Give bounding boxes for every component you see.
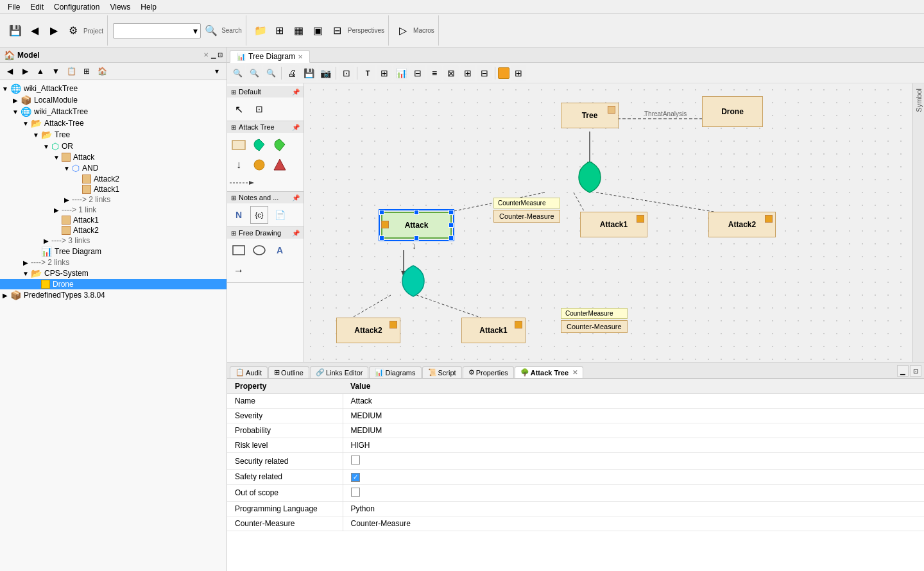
- tree-item-or[interactable]: ▼ ⬡ OR: [0, 141, 227, 152]
- counter-tool[interactable]: [250, 156, 268, 174]
- notes-pin[interactable]: 📌: [292, 194, 300, 201]
- tree-item-attack-tree-folder[interactable]: ▼ 📂 Attack-Tree: [0, 117, 227, 129]
- maximize-model-button[interactable]: ⊡: [218, 51, 223, 58]
- countermeasure2-label[interactable]: Counter-Measure: [561, 320, 628, 333]
- minimize-model-button[interactable]: ▁: [211, 51, 216, 58]
- color-btn[interactable]: [498, 67, 509, 79]
- tree-item-tree-diagram[interactable]: 📊 Tree Diagram: [0, 246, 227, 257]
- tree-item-local-module[interactable]: ▶ 📦 LocalModule: [0, 94, 227, 106]
- align-right-btn[interactable]: ⊠: [443, 65, 459, 81]
- align-center-btn[interactable]: ≡: [427, 65, 442, 81]
- toggle-predefined[interactable]: ▶: [0, 292, 10, 299]
- toggle-wiki-root[interactable]: ▼: [0, 85, 10, 92]
- zoom-out-btn[interactable]: 🔍: [246, 65, 262, 81]
- attack1-main-node[interactable]: Attack1: [580, 212, 647, 237]
- fit-btn[interactable]: ⊡: [339, 65, 354, 81]
- diagrams-tab[interactable]: 📊 Diagrams: [369, 366, 421, 378]
- toggle-or[interactable]: ▼: [41, 143, 51, 150]
- handle-tr[interactable]: [449, 210, 454, 215]
- forward-button[interactable]: ▶: [45, 22, 63, 40]
- menu-file[interactable]: File: [3, 1, 25, 13]
- tree-item-and[interactable]: ▼ ⬡ AND: [0, 162, 227, 174]
- select-tool[interactable]: ↖: [230, 100, 248, 118]
- search-button[interactable]: 🔍: [202, 22, 220, 40]
- tree-item-drone[interactable]: Drone: [0, 279, 227, 289]
- attack-main-node[interactable]: Attack: [381, 212, 452, 239]
- properties-tab[interactable]: ⚙ Properties: [463, 366, 514, 378]
- tree-item-predefined[interactable]: ▶ 📦 PredefinedTypes 3.8.04: [0, 289, 227, 301]
- toggle-wiki-attacktree[interactable]: ▼: [10, 108, 21, 115]
- handle-tc[interactable]: [414, 210, 419, 215]
- tree-down-btn[interactable]: ▼: [49, 64, 63, 78]
- diagram-tab-close[interactable]: ✕: [298, 53, 303, 60]
- ellipse-tool[interactable]: [250, 241, 268, 259]
- split-button[interactable]: ▦: [290, 22, 308, 40]
- bottom-maximize-btn[interactable]: ⊡: [910, 365, 921, 377]
- tree-fwd-btn[interactable]: ▶: [18, 64, 32, 78]
- toggle-local-module[interactable]: ▶: [10, 97, 21, 104]
- tree-copy-btn[interactable]: 📋: [64, 64, 78, 78]
- bottom-minimize-btn[interactable]: ▁: [897, 365, 909, 377]
- tree-item-wiki-root[interactable]: ▼ 🌐 wiki_AttackTree: [0, 83, 227, 94]
- links-editor-tab[interactable]: 🔗 Links Editor: [310, 366, 368, 378]
- text-tool[interactable]: A: [271, 241, 289, 259]
- attack-tree-bottom-tab[interactable]: 🌳 Attack Tree ✕: [515, 366, 583, 378]
- back-button[interactable]: ◀: [26, 22, 44, 40]
- or-gate-tool[interactable]: [250, 135, 268, 153]
- default-pin[interactable]: 📌: [292, 89, 300, 96]
- more-btn[interactable]: ⊞: [511, 65, 526, 81]
- tree-item-links2[interactable]: ▶ ----> 2 links: [0, 194, 227, 205]
- menu-views[interactable]: Views: [105, 1, 135, 13]
- script-tab[interactable]: 📜 Script: [422, 366, 462, 378]
- tree-item-attack2[interactable]: Attack2: [0, 225, 227, 235]
- screenshot-btn[interactable]: 📷: [318, 65, 333, 81]
- tree-item-attack1-child[interactable]: Attack1: [0, 184, 227, 194]
- or-gate[interactable]: [574, 159, 606, 196]
- attack-node-tool[interactable]: [230, 135, 248, 153]
- and-gate[interactable]: [397, 263, 429, 300]
- drone-node[interactable]: Drone: [702, 96, 763, 127]
- run-macro-button[interactable]: ▷: [394, 22, 412, 40]
- arrow-tool[interactable]: ↓: [230, 156, 248, 174]
- checkbox-6[interactable]: [351, 488, 360, 497]
- and-gate-tool[interactable]: [271, 135, 289, 153]
- tree-node[interactable]: Tree: [561, 103, 619, 128]
- countermeasure1-label[interactable]: Counter-Measure: [493, 210, 560, 223]
- prop-value-6[interactable]: [343, 484, 924, 501]
- tree-item-tree[interactable]: ▼ 📂 Tree: [0, 129, 227, 141]
- attack-tree-header[interactable]: ⊞ Attack Tree 📌: [227, 121, 304, 133]
- layout-button[interactable]: ▣: [309, 22, 327, 40]
- checkbox-5[interactable]: ✓: [351, 473, 360, 482]
- toggle-and[interactable]: ▼: [62, 165, 72, 172]
- notes-header[interactable]: ⊞ Notes and ... 📌: [227, 192, 304, 203]
- prop-value-5[interactable]: ✓: [343, 470, 924, 485]
- print-btn[interactable]: 🖨: [284, 65, 300, 81]
- grid-button[interactable]: ⊞: [271, 22, 289, 40]
- table-btn[interactable]: ⊞: [377, 65, 392, 81]
- outline-tab[interactable]: ⊞ Outline: [268, 366, 309, 378]
- text-btn[interactable]: T: [360, 65, 375, 81]
- tree-item-links3[interactable]: ▶ ----> 3 links: [0, 235, 227, 246]
- tree-item-links2b[interactable]: ▶ ----> 2 links: [0, 257, 227, 268]
- fd-arrow-tool[interactable]: →: [230, 262, 248, 280]
- tree-menu-btn[interactable]: ▾: [210, 64, 224, 78]
- distribute-h-btn[interactable]: ⊞: [460, 65, 475, 81]
- settings-button[interactable]: ⚙: [64, 22, 82, 40]
- save-button[interactable]: 💾: [6, 22, 24, 40]
- tree-item-attack2-child[interactable]: Attack2: [0, 174, 227, 184]
- menu-configuration[interactable]: Configuration: [49, 1, 105, 13]
- at-pin[interactable]: 📌: [292, 124, 300, 131]
- zoom-reset-btn[interactable]: 🔍: [263, 65, 278, 81]
- tree-item-cps-system[interactable]: ▼ 📂 CPS-System: [0, 268, 227, 279]
- tree-diagram-tab[interactable]: 📊 Tree Diagram ✕: [230, 50, 310, 63]
- countermeasure2-note[interactable]: CounterMeasure: [561, 308, 628, 319]
- tree-item-wiki-attacktree[interactable]: ▼ 🌐 wiki_AttackTree: [0, 106, 227, 117]
- menu-edit[interactable]: Edit: [25, 1, 49, 13]
- tree-item-attack[interactable]: ▼ Attack: [0, 152, 227, 162]
- collapse-button[interactable]: ⊟: [329, 22, 346, 40]
- open-button[interactable]: 📁: [252, 22, 270, 40]
- distribute-v-btn[interactable]: ⊟: [477, 65, 492, 81]
- tree-up-btn[interactable]: ▲: [33, 64, 47, 78]
- attack2-bottom-node[interactable]: Attack2: [336, 318, 400, 343]
- attack-tree-tab-close[interactable]: ✕: [572, 369, 578, 376]
